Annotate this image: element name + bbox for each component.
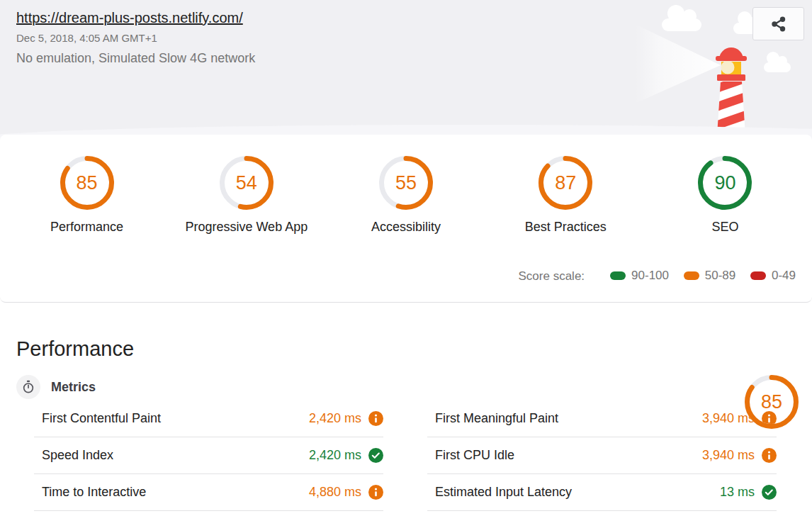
scores-summary-card: 85 Performance 54 Progressive Web App 55… (0, 135, 812, 303)
category-label: Best Practices (525, 220, 607, 235)
score-range-label: 90-100 (631, 269, 669, 283)
category-score-value: 87 (538, 156, 592, 210)
metrics-header-label: Metrics (51, 380, 96, 395)
cloud-icon (662, 5, 701, 31)
score-range-pill (610, 271, 626, 280)
share-icon (770, 16, 787, 33)
metric-row: Speed Index 2,420 ms (34, 437, 383, 474)
category-score-gauge[interactable]: 55 Accessibility (326, 156, 485, 235)
metric-row: Time to Interactive 4,880 ms (34, 474, 383, 511)
score-scale-legend: Score scale: 90-100 50-89 0-49 (0, 269, 812, 302)
metric-label: First Meaningful Paint (435, 411, 702, 426)
category-score-value: 54 (220, 156, 274, 210)
light-beam-graphic (635, 24, 721, 103)
category-score-gauge[interactable]: 87 Best Practices (486, 156, 645, 235)
share-button[interactable] (752, 7, 804, 40)
score-range-pill (750, 271, 766, 280)
metric-label: Speed Index (42, 448, 309, 463)
performance-section: Performance 85 Metrics First Contentful … (0, 337, 812, 511)
category-score-gauge[interactable]: 85 Performance (7, 156, 167, 235)
stopwatch-icon (16, 375, 40, 399)
metric-row: First Meaningful Paint 3,940 ms (427, 400, 777, 437)
category-label: Performance (50, 220, 123, 235)
metric-value: 3,940 ms (702, 448, 755, 463)
info-icon[interactable] (762, 448, 777, 463)
metric-label: Estimated Input Latency (435, 485, 720, 500)
performance-score-gauge: 85 (745, 375, 799, 429)
category-score-value: 90 (698, 156, 752, 210)
category-label: Accessibility (371, 220, 441, 235)
metric-value: 2,420 ms (309, 448, 361, 463)
category-score-gauge[interactable]: 90 SEO (645, 156, 805, 235)
score-range-legend-item: 90-100 (610, 269, 669, 283)
report-environment: No emulation, Simulated Slow 4G network (16, 50, 255, 66)
metric-row: First Contentful Paint 2,420 ms (34, 400, 383, 437)
category-label: SEO (711, 220, 738, 235)
metric-value: 13 ms (720, 485, 755, 500)
metrics-table: First Contentful Paint 2,420 ms Speed In… (34, 400, 777, 511)
category-score-value: 55 (379, 156, 433, 210)
performance-section-title: Performance (16, 337, 796, 361)
metrics-column-left: First Contentful Paint 2,420 ms Speed In… (34, 400, 383, 511)
category-score-gauge[interactable]: 54 Progressive Web App (167, 156, 326, 235)
score-range-label: 50-89 (705, 269, 735, 283)
metric-label: First Contentful Paint (42, 411, 309, 426)
category-gauges-row: 85 Performance 54 Progressive Web App 55… (7, 135, 805, 235)
category-score-value: 85 (60, 156, 114, 210)
metric-row: First CPU Idle 3,940 ms (427, 437, 777, 474)
score-range-pill (684, 271, 699, 280)
metric-label: Time to Interactive (42, 485, 309, 500)
category-label: Progressive Web App (185, 220, 308, 235)
cloud-icon (764, 52, 791, 72)
report-timestamp: Dec 5, 2018, 4:05 AM GMT+1 (16, 31, 255, 45)
metric-label: First CPU Idle (435, 448, 702, 463)
metric-row: Estimated Input Latency 13 ms (427, 474, 777, 511)
score-scale-label: Score scale: (519, 269, 585, 284)
metric-value: 4,880 ms (309, 485, 361, 500)
metrics-column-right: First Meaningful Paint 3,940 ms First CP… (427, 400, 777, 511)
score-range-legend-item: 50-89 (684, 269, 735, 283)
score-range-label: 0-49 (772, 269, 796, 283)
metric-value: 2,420 ms (309, 411, 361, 426)
info-icon[interactable] (368, 411, 383, 426)
check-icon[interactable] (762, 485, 777, 500)
report-url-link[interactable]: https://dream-plus-posts.netlify.com/ (16, 9, 243, 26)
performance-score-value: 85 (745, 375, 799, 429)
score-range-legend-item: 0-49 (750, 269, 796, 283)
report-header: https://dream-plus-posts.netlify.com/ De… (0, 0, 812, 140)
info-icon[interactable] (368, 485, 383, 500)
metrics-header: Metrics (16, 375, 796, 399)
check-icon[interactable] (368, 448, 383, 463)
